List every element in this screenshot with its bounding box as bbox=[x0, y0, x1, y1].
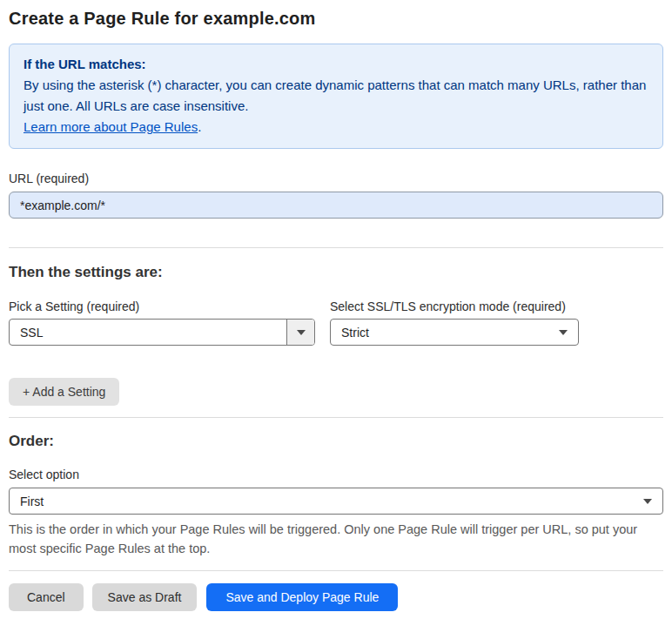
url-match-info-box: If the URL matches: By using the asteris… bbox=[9, 44, 663, 149]
mode-select-column: Select SSL/TLS encryption mode (required… bbox=[330, 299, 591, 346]
add-setting-button[interactable]: + Add a Setting bbox=[9, 378, 119, 406]
ssl-mode-select-value: Strict bbox=[341, 326, 369, 340]
settings-selects-row: Pick a Setting (required) SSL Select SSL… bbox=[9, 299, 663, 346]
info-box-link-line: Learn more about Page Rules. bbox=[24, 117, 648, 138]
order-select-value: First bbox=[20, 495, 44, 508]
save-as-draft-button[interactable]: Save as Draft bbox=[92, 583, 198, 611]
order-select[interactable]: First bbox=[9, 488, 663, 515]
section-divider bbox=[9, 247, 663, 248]
page-title: Create a Page Rule for example.com bbox=[9, 9, 663, 29]
mode-select-label: Select SSL/TLS encryption mode (required… bbox=[330, 299, 591, 313]
info-box-body: By using the asterisk (*) character, you… bbox=[24, 75, 648, 117]
setting-select-label: Pick a Setting (required) bbox=[9, 299, 330, 313]
link-suffix-period: . bbox=[198, 119, 201, 134]
create-page-rule-form: Create a Page Rule for example.com If th… bbox=[0, 0, 672, 611]
save-and-deploy-button[interactable]: Save and Deploy Page Rule bbox=[206, 583, 398, 611]
setting-select-column: Pick a Setting (required) SSL bbox=[9, 299, 330, 346]
footer-divider bbox=[9, 570, 663, 571]
learn-more-link[interactable]: Learn more about Page Rules bbox=[24, 119, 198, 134]
settings-section-heading: Then the settings are: bbox=[9, 264, 663, 281]
chevron-down-icon bbox=[559, 330, 568, 335]
info-box-heading: If the URL matches: bbox=[24, 54, 648, 75]
ssl-mode-select[interactable]: Strict bbox=[330, 319, 579, 346]
footer-button-row: Cancel Save as Draft Save and Deploy Pag… bbox=[9, 583, 663, 611]
order-section-heading: Order: bbox=[9, 433, 663, 450]
chevron-down-icon bbox=[297, 330, 306, 335]
order-help-text: This is the order in which your Page Rul… bbox=[9, 520, 663, 558]
order-select-label: Select option bbox=[9, 468, 663, 481]
setting-select-value: SSL bbox=[10, 326, 43, 340]
setting-select[interactable]: SSL bbox=[9, 319, 315, 346]
chevron-down-icon bbox=[643, 499, 652, 504]
cancel-button[interactable]: Cancel bbox=[9, 583, 84, 611]
url-field-label: URL (required) bbox=[9, 172, 663, 185]
url-input[interactable] bbox=[9, 192, 663, 219]
setting-select-arrow-button[interactable] bbox=[286, 320, 314, 345]
section-divider bbox=[9, 417, 663, 418]
